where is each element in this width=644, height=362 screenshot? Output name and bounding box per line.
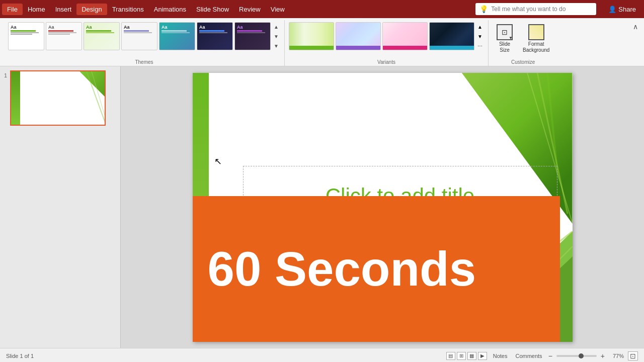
zoom-out-button[interactable]: − <box>548 352 552 360</box>
canvas-area: Click to add title subtitle 60 Seconds ↖ <box>121 66 644 348</box>
theme-item-7[interactable]: Aa <box>234 22 271 50</box>
menu-insert[interactable]: Insert <box>50 4 77 15</box>
variants-scroll[interactable]: ▲ ▼ ⋯ <box>476 22 484 50</box>
ribbon-container: File Home Insert Design Transitions Anim… <box>0 0 644 66</box>
zoom-slider-thumb[interactable] <box>579 353 584 358</box>
main-area: 1 <box>0 66 644 348</box>
reading-view-button[interactable]: ▦ <box>467 352 476 360</box>
theme-item-4[interactable]: Aa <box>121 22 157 50</box>
svg-line-1 <box>87 71 105 125</box>
slide-thumbnail[interactable] <box>10 70 106 126</box>
dropdown-arrow-icon: ▼ <box>509 36 513 40</box>
orange-banner: 60 Seconds <box>193 196 560 342</box>
zoom-level[interactable]: 77% <box>609 353 624 359</box>
format-background-button[interactable]: FormatBackground <box>519 22 553 55</box>
slide-thumb-inner <box>11 71 105 125</box>
ribbon-tabs: Aa Aa <box>0 18 644 66</box>
search-bar[interactable]: 💡 <box>475 3 596 15</box>
variants-group: ▲ ▼ ⋯ Variants <box>285 20 489 66</box>
slide-info: Slide 1 of 1 <box>6 353 34 359</box>
notes-button[interactable]: Notes <box>491 353 510 359</box>
status-bar: Slide 1 of 1 ▤ ⊞ ▦ ▶ Notes Comments − + … <box>0 348 644 362</box>
menu-bar: File Home Insert Design Transitions Anim… <box>0 0 644 18</box>
themes-label: Themes <box>135 57 153 65</box>
chevron-up-icon: ∧ <box>633 23 638 31</box>
themes-row: Aa Aa <box>8 22 280 50</box>
theme-item-6[interactable]: Aa <box>197 22 233 50</box>
variant-item-1[interactable] <box>289 22 334 50</box>
variants-row: ▲ ▼ ⋯ <box>289 22 484 50</box>
slide-panel: 1 <box>0 66 121 348</box>
theme-item-office[interactable]: Aa <box>8 22 44 50</box>
themes-group: Aa Aa <box>4 20 285 66</box>
thumb-decoration-svg <box>11 71 105 125</box>
ribbon-collapse-button[interactable]: ∧ <box>631 20 640 33</box>
slide-thumb-container: 1 <box>4 70 116 126</box>
slide-size-label: SlideSize <box>499 41 510 53</box>
menu-transitions[interactable]: Transitions <box>107 4 149 15</box>
format-background-label: FormatBackground <box>523 41 549 53</box>
variant-item-4[interactable] <box>429 22 474 50</box>
banner-text: 60 Seconds <box>208 241 476 297</box>
svg-line-0 <box>92 71 105 122</box>
variant-item-3[interactable] <box>382 22 428 50</box>
share-button[interactable]: 👤 Share <box>602 4 642 15</box>
themes-scroll-down[interactable]: ▲ ▼ ▼ <box>272 22 280 50</box>
lightbulb-icon: 💡 <box>479 5 488 13</box>
menu-slideshow[interactable]: Slide Show <box>191 4 234 15</box>
slide-canvas[interactable]: Click to add title subtitle 60 Seconds <box>193 73 573 342</box>
view-controls: ▤ ⊞ ▦ ▶ <box>446 352 487 360</box>
theme-item-5[interactable]: Aa <box>159 22 195 50</box>
zoom-in-button[interactable]: + <box>601 352 605 360</box>
theme-item-3[interactable]: Aa <box>84 22 120 50</box>
person-icon: 👤 <box>608 6 616 13</box>
theme-item-2[interactable]: Aa <box>46 22 82 50</box>
presentation-button[interactable]: ▶ <box>478 352 487 360</box>
variant-item-2[interactable] <box>336 22 381 50</box>
variants-label: Variants <box>377 57 395 65</box>
normal-view-button[interactable]: ▤ <box>446 352 455 360</box>
menu-home[interactable]: Home <box>23 4 50 15</box>
fit-slide-button[interactable]: ⊡ <box>628 351 638 360</box>
zoom-slider[interactable] <box>556 355 597 357</box>
menu-animations[interactable]: Animations <box>149 4 191 15</box>
comments-button[interactable]: Comments <box>513 353 544 359</box>
format-bg-icon <box>529 25 543 39</box>
slide-sorter-button[interactable]: ⊞ <box>457 352 466 360</box>
search-input[interactable] <box>491 6 592 13</box>
menu-review[interactable]: Review <box>234 4 266 15</box>
slide-number: 1 <box>4 70 7 78</box>
slide-size-button[interactable]: ⊡ ▼ SlideSize <box>493 22 517 55</box>
customize-group: ⊡ ▼ SlideSize FormatBackground Customize <box>489 20 557 66</box>
menu-file[interactable]: File <box>2 4 23 15</box>
menu-design[interactable]: Design <box>76 4 107 15</box>
slide-size-icon: ⊡ <box>502 28 508 36</box>
share-label: Share <box>618 6 636 13</box>
customize-label: Customize <box>511 57 535 65</box>
menu-view[interactable]: View <box>266 4 290 15</box>
